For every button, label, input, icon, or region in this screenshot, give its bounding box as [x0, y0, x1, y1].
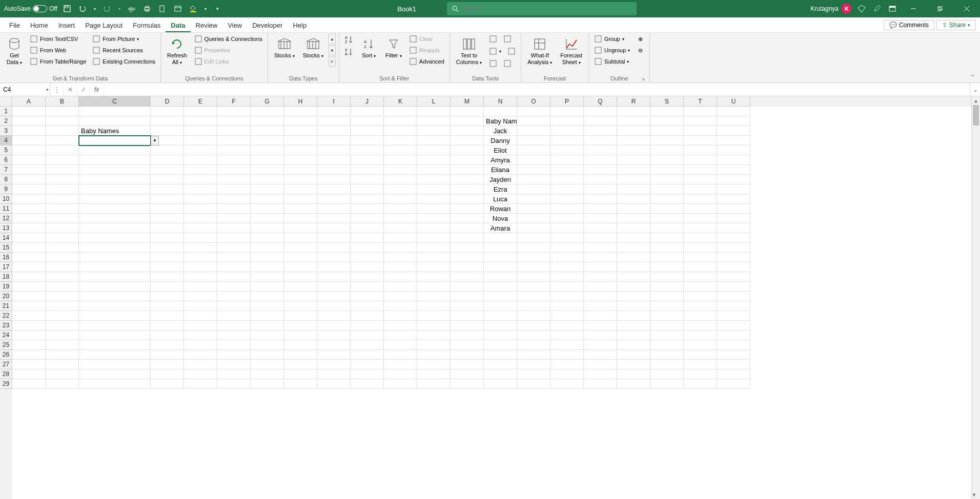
cell-R20[interactable] — [617, 292, 650, 301]
cell-G13[interactable] — [251, 223, 284, 233]
cell-I17[interactable] — [317, 262, 351, 272]
cell-Q26[interactable] — [584, 350, 617, 360]
cell-A23[interactable] — [12, 321, 46, 330]
insert-function-icon[interactable]: fx — [90, 83, 104, 96]
cell-S23[interactable] — [650, 321, 684, 330]
cell-F29[interactable] — [217, 379, 251, 389]
cell-S9[interactable] — [650, 184, 684, 194]
cell-M25[interactable] — [451, 340, 484, 350]
fill-color-dropdown-icon[interactable]: ▾ — [203, 3, 208, 14]
cell-N22[interactable] — [484, 311, 517, 321]
comments-button[interactable]: 💬Comments — [884, 20, 934, 30]
cell-J5[interactable] — [351, 145, 384, 155]
name-box[interactable]: C4 ▾ — [0, 83, 50, 96]
tab-file[interactable]: File — [4, 18, 25, 32]
from-web-button[interactable]: From Web — [28, 45, 88, 55]
tab-help[interactable]: Help — [288, 18, 312, 32]
cell-R9[interactable] — [617, 184, 650, 194]
scroll-thumb[interactable] — [973, 105, 979, 126]
cell-F12[interactable] — [217, 214, 251, 223]
cell-T23[interactable] — [684, 321, 717, 330]
cell-N25[interactable] — [484, 340, 517, 350]
cell-J15[interactable] — [351, 243, 384, 253]
cell-H29[interactable] — [284, 379, 317, 389]
cell-L4[interactable] — [417, 136, 451, 145]
cell-M15[interactable] — [451, 243, 484, 253]
cell-T10[interactable] — [684, 194, 717, 204]
cell-F15[interactable] — [217, 243, 251, 253]
cell-N15[interactable] — [484, 243, 517, 253]
cell-Q24[interactable] — [584, 330, 617, 340]
stocks-button[interactable]: Stocks ▾ — [300, 34, 326, 61]
cell-J3[interactable] — [351, 126, 384, 136]
cell-G15[interactable] — [251, 243, 284, 253]
cell-O5[interactable] — [517, 145, 550, 155]
cell-M10[interactable] — [451, 194, 484, 204]
cell-T16[interactable] — [684, 253, 717, 262]
cell-E12[interactable] — [184, 214, 217, 223]
cell-P7[interactable] — [550, 165, 584, 175]
cell-H21[interactable] — [284, 301, 317, 311]
cell-I8[interactable] — [317, 175, 351, 184]
cell-J4[interactable] — [351, 136, 384, 145]
cell-A13[interactable] — [12, 223, 46, 233]
cell-S18[interactable] — [650, 272, 684, 282]
cell-Q27[interactable] — [584, 360, 617, 369]
cell-F7[interactable] — [217, 165, 251, 175]
cell-F26[interactable] — [217, 350, 251, 360]
pen-icon[interactable] — [871, 3, 883, 14]
enter-formula-icon[interactable]: ✓ — [77, 83, 90, 96]
cell-M22[interactable] — [451, 311, 484, 321]
cell-M1[interactable] — [451, 107, 484, 116]
cell-G11[interactable] — [251, 204, 284, 214]
cell-Q15[interactable] — [584, 243, 617, 253]
tab-data[interactable]: Data — [166, 18, 190, 32]
cell-H13[interactable] — [284, 223, 317, 233]
cell-B20[interactable] — [46, 292, 79, 301]
cell-E4[interactable] — [184, 136, 217, 145]
cell-O26[interactable] — [517, 350, 550, 360]
cell-T12[interactable] — [684, 214, 717, 223]
cell-B23[interactable] — [46, 321, 79, 330]
cell-T7[interactable] — [684, 165, 717, 175]
cell-I10[interactable] — [317, 194, 351, 204]
cell-N20[interactable] — [484, 292, 517, 301]
column-header[interactable]: G — [251, 96, 284, 107]
cell-U13[interactable] — [717, 223, 750, 233]
cell-S12[interactable] — [650, 214, 684, 223]
cell-C10[interactable] — [79, 194, 151, 204]
gallery-down-icon[interactable]: ▾ — [329, 45, 336, 55]
cell-J21[interactable] — [351, 301, 384, 311]
cell-P23[interactable] — [550, 321, 584, 330]
cell-L12[interactable] — [417, 214, 451, 223]
cell-S5[interactable] — [650, 145, 684, 155]
vertical-scrollbar[interactable]: ▲ ▼ — [971, 96, 980, 499]
cell-C8[interactable] — [79, 175, 151, 184]
cell-N28[interactable] — [484, 369, 517, 379]
cell-R6[interactable] — [617, 155, 650, 165]
cell-F19[interactable] — [217, 282, 251, 292]
cell-M19[interactable] — [451, 282, 484, 292]
cell-J11[interactable] — [351, 204, 384, 214]
cell-I29[interactable] — [317, 379, 351, 389]
cell-R18[interactable] — [617, 272, 650, 282]
cell-A15[interactable] — [12, 243, 46, 253]
cell-F21[interactable] — [217, 301, 251, 311]
cell-N10[interactable]: Luca — [484, 194, 517, 204]
refresh-all-button[interactable]: RefreshAll ▾ — [164, 34, 190, 68]
cell-K13[interactable] — [384, 223, 417, 233]
row-header[interactable]: 26 — [0, 350, 12, 360]
sort-za-button[interactable]: ZA — [342, 46, 356, 57]
text-to-columns-button[interactable]: Text toColumns ▾ — [453, 34, 485, 68]
column-header[interactable]: Q — [584, 96, 617, 107]
tab-developer[interactable]: Developer — [247, 18, 288, 32]
cell-O7[interactable] — [517, 165, 550, 175]
column-header[interactable]: S — [650, 96, 684, 107]
cell-K28[interactable] — [384, 369, 417, 379]
cell-B9[interactable] — [46, 184, 79, 194]
cell-F5[interactable] — [217, 145, 251, 155]
cell-U21[interactable] — [717, 301, 750, 311]
ribbon-display-icon[interactable] — [887, 3, 898, 14]
cell-D22[interactable] — [151, 311, 184, 321]
cell-H10[interactable] — [284, 194, 317, 204]
